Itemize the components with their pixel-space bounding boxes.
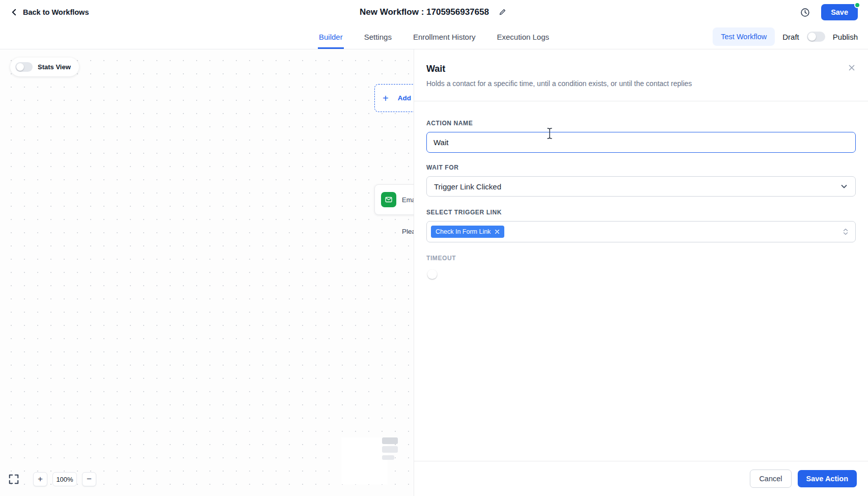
placeholder-bar <box>382 437 398 444</box>
trigger-link-multiselect[interactable]: Check In Form Link <box>426 221 856 242</box>
cancel-button[interactable]: Cancel <box>750 470 791 488</box>
chevron-down-icon <box>840 182 848 190</box>
timeout-toggle-knob <box>427 269 437 279</box>
main: Stats View + Add Ema Plea <box>0 49 868 496</box>
placeholder-bar <box>382 446 398 453</box>
trigger-link-tag: Check In Form Link <box>431 226 504 238</box>
tag-close-icon <box>495 229 500 234</box>
email-icon <box>381 192 396 207</box>
panel-body: ACTION NAME WAIT FOR Trigger Link Clicke… <box>414 101 868 461</box>
workflow-canvas[interactable]: Stats View + Add Ema Plea <box>0 49 414 496</box>
zoom-in-button[interactable]: + <box>33 472 47 486</box>
node-partial-text: Plea <box>402 228 414 235</box>
action-name-field: ACTION NAME <box>426 120 856 153</box>
fit-screen-icon <box>8 474 21 485</box>
back-label: Back to Workflows <box>23 8 89 16</box>
add-action-node[interactable]: + Add <box>374 84 414 112</box>
save-button[interactable]: Save <box>821 4 858 20</box>
wait-action-panel: Wait Holds a contact for a specific time… <box>414 49 868 496</box>
timeout-label: TIMEOUT <box>426 255 856 262</box>
draft-label: Draft <box>782 33 799 41</box>
stats-view-control: Stats View <box>10 58 79 76</box>
fit-to-screen-button[interactable] <box>8 473 21 486</box>
wait-for-label: WAIT FOR <box>426 164 856 171</box>
test-workflow-button[interactable]: Test Workflow <box>713 27 775 46</box>
panel-title: Wait <box>426 64 856 74</box>
zoom-out-button[interactable]: − <box>82 472 96 486</box>
panel-description: Holds a contact for a specific time, unt… <box>426 79 856 88</box>
trigger-link-field: SELECT TRIGGER LINK Check In Form Link <box>426 209 856 242</box>
trigger-link-label: SELECT TRIGGER LINK <box>426 209 856 216</box>
panel-header: Wait Holds a contact for a specific time… <box>414 49 868 101</box>
wait-for-field: WAIT FOR Trigger Link Clicked <box>426 164 856 197</box>
placeholder-bar <box>382 455 394 460</box>
trigger-link-tag-label: Check In Form Link <box>436 228 491 235</box>
wait-for-selected-value: Trigger Link Clicked <box>434 182 501 191</box>
tab-execution-logs[interactable]: Execution Logs <box>496 24 550 49</box>
email-action-node[interactable]: Ema <box>374 184 414 215</box>
remove-tag-button[interactable] <box>495 229 500 234</box>
add-node-label: Add <box>398 94 411 102</box>
chevron-left-icon <box>10 8 18 16</box>
zoom-level: 100% <box>52 472 77 486</box>
close-panel-button[interactable] <box>847 63 857 73</box>
save-action-button[interactable]: Save Action <box>798 470 857 487</box>
topbar-left: Back to Workflows <box>10 8 89 16</box>
publish-label: Publish <box>833 33 858 41</box>
edit-title-button[interactable] <box>496 6 508 18</box>
stats-view-label: Stats View <box>38 63 71 71</box>
back-to-workflows-button[interactable]: Back to Workflows <box>10 8 89 16</box>
stats-view-toggle-knob <box>16 63 24 71</box>
wait-for-select[interactable]: Trigger Link Clicked <box>426 176 856 197</box>
save-button-wrap: Save <box>821 4 858 20</box>
email-node-label: Ema <box>402 196 414 204</box>
action-name-label: ACTION NAME <box>426 120 856 127</box>
workflow-title: New Workflow : 1705956937658 <box>360 7 489 17</box>
topbar: Back to Workflows New Workflow : 1705956… <box>0 0 868 24</box>
tabbar: Builder Settings Enrollment History Exec… <box>0 24 868 49</box>
version-history-button[interactable] <box>798 6 812 19</box>
pencil-icon <box>498 8 506 16</box>
publish-toggle[interactable] <box>807 32 825 42</box>
tab-builder[interactable]: Builder <box>318 24 344 49</box>
tab-settings[interactable]: Settings <box>363 24 393 49</box>
workflow-builder-app: Back to Workflows New Workflow : 1705956… <box>0 0 868 496</box>
publish-toggle-knob <box>808 33 816 41</box>
topbar-right: Save <box>798 4 858 20</box>
tabbar-right: Test Workflow Draft Publish <box>713 24 858 49</box>
tab-enrollment-history[interactable]: Enrollment History <box>412 24 477 49</box>
action-name-input[interactable] <box>426 132 856 153</box>
select-arrows-icon <box>842 228 849 236</box>
close-icon <box>848 64 856 72</box>
plus-icon: + <box>383 93 389 103</box>
clock-history-icon <box>800 8 810 17</box>
unsaved-status-dot <box>854 2 860 8</box>
partial-node-box <box>341 437 388 484</box>
panel-footer: Cancel Save Action <box>414 461 868 496</box>
stats-view-toggle[interactable] <box>15 62 33 72</box>
timeout-field: TIMEOUT <box>426 255 856 262</box>
workflow-title-group: New Workflow : 1705956937658 <box>360 6 508 18</box>
